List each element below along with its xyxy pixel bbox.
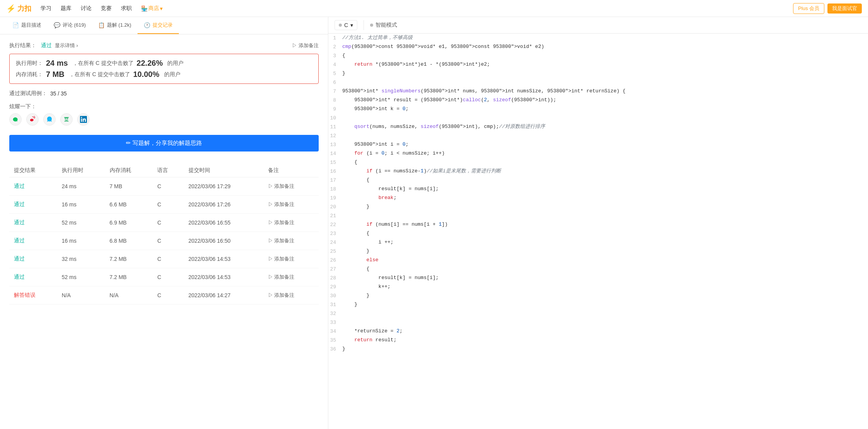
main-layout: 📄 题目描述 💬 评论 (619) 📋 题解 (1.2k) 🕐 提交记录 执行结…: [0, 17, 868, 429]
line-code: if (nums[i] == nums[i + 1]): [342, 220, 868, 229]
line-number: 27: [328, 265, 342, 274]
add-note-link[interactable]: ▷ 添加备注: [268, 274, 295, 280]
line-number: 36: [328, 345, 342, 354]
nav-contest[interactable]: 竞赛: [101, 5, 112, 12]
nav-study[interactable]: 学习: [41, 5, 51, 12]
exec-status-row: 执行结果： 通过 显示详情 ›: [9, 42, 78, 49]
language-selector[interactable]: C ▾: [335, 20, 357, 30]
line-code: i ++;: [342, 238, 868, 247]
plus-member-button[interactable]: Plus 会员: [793, 3, 824, 14]
tab-comments[interactable]: 💬 评论 (619): [48, 17, 92, 34]
submission-mem: 6.6 MB: [105, 196, 153, 214]
submissions-icon: 🕐: [144, 22, 150, 28]
nav-shop[interactable]: 🏪 商店 ▾: [141, 5, 163, 12]
line-code: {: [342, 229, 868, 238]
submission-time: 24 ms: [57, 177, 105, 196]
line-number: 23: [328, 229, 342, 238]
add-note-button[interactable]: ▷ 添加备注: [292, 42, 319, 49]
wechat-share-icon[interactable]: [9, 113, 22, 126]
line-code: //方法1. 太过简单，不够高级: [342, 34, 868, 42]
qq-share-icon[interactable]: [43, 113, 56, 126]
write-solution-button[interactable]: ✏ 写题解，分享我的解题思路: [9, 135, 319, 152]
nav-jobs[interactable]: 求职: [121, 5, 132, 12]
code-line: 21: [328, 211, 868, 220]
line-number: 4: [328, 60, 342, 69]
line-number: 7: [328, 87, 342, 96]
submission-result[interactable]: 通过: [14, 183, 25, 189]
code-line: 36}: [328, 345, 868, 354]
mem-value: 7 MB: [46, 70, 65, 79]
tab-submissions[interactable]: 🕐 提交记录: [138, 17, 179, 34]
douban-share-icon[interactable]: [60, 113, 73, 126]
line-number: 8: [328, 96, 342, 105]
smart-mode-dot: [370, 24, 373, 27]
code-header: C ▾ 智能模式: [328, 17, 868, 34]
code-line: 8 953800">int* result = (953800">int*)ca…: [328, 96, 868, 105]
code-line: 13 953800">int i = 0;: [328, 140, 868, 149]
submission-result[interactable]: 通过: [14, 237, 25, 243]
description-icon: 📄: [12, 22, 19, 28]
smart-mode-toggle[interactable]: 智能模式: [370, 22, 397, 29]
code-line: 31 }: [328, 300, 868, 309]
nav-problems[interactable]: 题库: [61, 5, 71, 12]
line-number: 31: [328, 300, 342, 309]
code-line: 18 result[k] = nums[i];: [328, 185, 868, 194]
logo[interactable]: ⚡ 力扣: [6, 4, 31, 13]
add-note-link[interactable]: ▷ 添加备注: [268, 256, 295, 262]
line-code: 953800">int* singleNumbers(953800">int* …: [342, 87, 868, 95]
nav-discuss[interactable]: 讨论: [81, 5, 92, 12]
submission-result[interactable]: 通过: [14, 255, 25, 262]
tab-description[interactable]: 📄 题目描述: [6, 17, 48, 34]
table-row: 通过 24 ms 7 MB C 2022/03/06 17:29 ▷ 添加备注: [9, 177, 319, 196]
code-line: 7953800">int* singleNumbers(953800">int*…: [328, 87, 868, 96]
line-code: }: [342, 291, 868, 300]
submission-result[interactable]: 解答错误: [14, 292, 36, 298]
submission-date: 2022/03/06 17:29: [184, 177, 263, 196]
code-area[interactable]: 1//方法1. 太过简单，不够高级2cmp(953800">const 9538…: [328, 34, 868, 429]
col-mem: 内存消耗: [105, 164, 153, 177]
table-row: 通过 32 ms 7.2 MB C 2022/03/06 14:53 ▷ 添加备…: [9, 250, 319, 268]
submission-result[interactable]: 通过: [14, 219, 25, 225]
line-number: 24: [328, 238, 342, 247]
table-body: 通过 24 ms 7 MB C 2022/03/06 17:29 ▷ 添加备注 …: [9, 177, 319, 305]
submission-lang: C: [153, 286, 183, 305]
add-note-link[interactable]: ▷ 添加备注: [268, 238, 295, 243]
add-note-link[interactable]: ▷ 添加备注: [268, 220, 295, 225]
solutions-icon: 📋: [98, 22, 105, 28]
add-note-link[interactable]: ▷ 添加备注: [268, 201, 295, 207]
submission-result[interactable]: 通过: [14, 201, 25, 207]
exec-time-label: 执行用时：: [16, 60, 43, 67]
line-number: 6: [328, 78, 342, 87]
add-note-link[interactable]: ▷ 添加备注: [268, 183, 295, 189]
weibo-share-icon[interactable]: [26, 113, 39, 126]
submission-result[interactable]: 通过: [14, 274, 25, 280]
code-line: 30 }: [328, 291, 868, 300]
submission-lang: C: [153, 268, 183, 286]
line-code: }: [342, 69, 868, 78]
line-code: *returnSize = 2;: [342, 327, 868, 335]
exec-time-row: 执行用时： 24 ms ，在所有 C 提交中击败了 22.26% 的用户: [16, 59, 312, 68]
table-row: 通过 52 ms 6.9 MB C 2022/03/06 16:55 ▷ 添加备…: [9, 214, 319, 232]
code-line: 2cmp(953800">const 953800">void* e1, 953…: [328, 43, 868, 51]
code-line: 29 k++;: [328, 283, 868, 291]
interviewer-button[interactable]: 我是面试官: [827, 3, 862, 14]
line-code: break;: [342, 194, 868, 202]
exec-result-header: 执行结果： 通过 显示详情 › ▷ 添加备注: [9, 42, 319, 49]
line-code: 953800">int k = 0;: [342, 105, 868, 113]
linkedin-share-icon[interactable]: [77, 113, 90, 126]
add-note-link[interactable]: ▷ 添加备注: [268, 292, 295, 298]
code-line: 10: [328, 114, 868, 123]
line-code: result[k] = nums[i];: [342, 185, 868, 193]
line-number: 22: [328, 220, 342, 229]
line-number: 28: [328, 274, 342, 283]
line-number: 10: [328, 114, 342, 123]
test-count: 35 / 35: [50, 90, 67, 97]
tab-solutions[interactable]: 📋 题解 (1.2k): [92, 17, 138, 34]
exec-detail-link[interactable]: 显示详情 ›: [55, 43, 78, 48]
submission-time: N/A: [57, 286, 105, 305]
code-editor-panel: C ▾ 智能模式 1//方法1. 太过简单，不够高级2cmp(953800">c…: [328, 17, 868, 429]
code-line: 33: [328, 318, 868, 327]
line-number: 9: [328, 105, 342, 114]
code-line: 27 {: [328, 265, 868, 274]
share-section: 炫耀一下：: [9, 103, 319, 126]
